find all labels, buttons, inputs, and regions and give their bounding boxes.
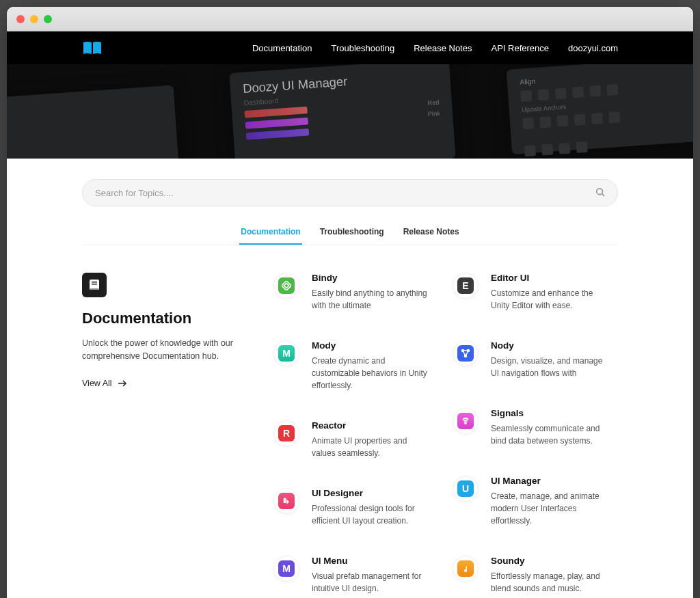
nav-troubleshooting[interactable]: Troubleshooting xyxy=(331,43,394,53)
content-tabs: Documentation Troubleshooting Release No… xyxy=(82,220,618,245)
tab-documentation[interactable]: Documentation xyxy=(239,220,301,245)
nav-release-notes[interactable]: Release Notes xyxy=(414,43,472,53)
card-ui-menu[interactable]: M UI Menu Visual prefab management for i… xyxy=(273,556,439,595)
editor-ui-icon: E xyxy=(457,277,474,294)
cards-column-right: E Editor UI Customize and enhance the Un… xyxy=(453,273,618,595)
card-ui-designer[interactable]: UI Designer Professional design tools fo… xyxy=(273,488,439,527)
card-soundy[interactable]: Soundy Effortlessly manage, play, and bl… xyxy=(453,556,618,595)
card-title: Nody xyxy=(491,340,611,351)
book-icon xyxy=(82,40,103,55)
card-bindy[interactable]: Bindy Easily bind anything to anything w… xyxy=(273,273,439,312)
sidebar-description: Unlock the power of knowledge with our c… xyxy=(82,337,246,364)
card-reactor[interactable]: R Reactor Animate UI properties and valu… xyxy=(273,420,439,459)
browser-titlebar xyxy=(7,7,693,31)
card-title: Signals xyxy=(491,408,611,418)
card-desc: Seamlessly communicate and bind data bet… xyxy=(491,422,611,447)
card-nody[interactable]: Nody Design, visualize, and manage UI na… xyxy=(453,340,618,379)
ui-menu-icon: M xyxy=(278,560,295,577)
soundy-icon xyxy=(457,560,474,577)
mody-icon: M xyxy=(278,345,295,362)
sidebar: Documentation Unlock the power of knowle… xyxy=(82,273,260,595)
svg-rect-8 xyxy=(282,281,291,290)
tab-release-notes[interactable]: Release Notes xyxy=(402,220,461,245)
card-title: Bindy xyxy=(312,273,432,283)
signals-icon xyxy=(457,413,474,429)
card-desc: Visual prefab management for intuitive U… xyxy=(312,570,432,595)
card-title: UI Manager xyxy=(491,476,611,486)
search-box[interactable] xyxy=(82,179,618,206)
nody-icon xyxy=(457,345,474,362)
main-grid: Documentation Unlock the power of knowle… xyxy=(82,273,618,595)
card-title: Mody xyxy=(312,340,432,351)
svg-point-0 xyxy=(597,188,603,194)
card-title: Reactor xyxy=(312,420,432,431)
window-close-button[interactable] xyxy=(16,15,25,23)
nav-doozyui[interactable]: doozyui.com xyxy=(568,43,618,53)
nav-api-reference[interactable]: API Reference xyxy=(491,43,549,53)
window-minimize-button[interactable] xyxy=(30,15,38,23)
sidebar-title: Documentation xyxy=(82,310,246,327)
card-editor-ui[interactable]: E Editor UI Customize and enhance the Un… xyxy=(453,273,618,312)
search-container xyxy=(82,159,618,220)
site-header: Documentation Troubleshooting Release No… xyxy=(7,31,693,64)
svg-rect-9 xyxy=(284,283,288,288)
browser-window: Documentation Troubleshooting Release No… xyxy=(7,7,693,598)
svg-point-13 xyxy=(465,422,466,424)
svg-rect-5 xyxy=(92,282,97,283)
tab-troubleshooting[interactable]: Troubleshooting xyxy=(319,220,386,245)
card-title: Soundy xyxy=(491,556,611,566)
bindy-icon xyxy=(278,277,295,294)
card-desc: Effortlessly manage, play, and blend sou… xyxy=(491,570,611,595)
card-desc: Professional design tools for efficient … xyxy=(312,502,432,527)
site-logo[interactable] xyxy=(82,40,103,55)
search-input[interactable] xyxy=(95,188,595,198)
svg-rect-6 xyxy=(92,284,97,285)
cards-column-left: Bindy Easily bind anything to anything w… xyxy=(273,273,439,595)
documentation-icon xyxy=(82,273,107,297)
search-icon[interactable] xyxy=(595,187,605,199)
main-nav: Documentation Troubleshooting Release No… xyxy=(252,43,618,53)
card-desc: Create dynamic and customizable behavior… xyxy=(312,355,432,392)
ui-manager-icon: U xyxy=(457,480,474,497)
hero-banner: ◄ Home Databases ◆+ Quick Access Input S… xyxy=(7,64,693,159)
card-desc: Design, visualize, and manage UI navigat… xyxy=(491,355,611,379)
window-maximize-button[interactable] xyxy=(44,15,52,23)
nav-documentation[interactable]: Documentation xyxy=(252,43,312,53)
card-title: Editor UI xyxy=(491,273,611,283)
card-desc: Create, manage, and animate modern User … xyxy=(491,490,611,527)
card-desc: Customize and enhance the Unity Editor w… xyxy=(491,287,611,312)
card-ui-manager[interactable]: U UI Manager Create, manage, and animate… xyxy=(453,476,618,527)
svg-rect-4 xyxy=(90,289,99,290)
reactor-icon: R xyxy=(278,425,295,441)
book-solid-icon xyxy=(88,278,101,292)
card-signals[interactable]: Signals Seamlessly communicate and bind … xyxy=(453,408,618,447)
view-all-link[interactable]: View All xyxy=(82,379,246,388)
content-area: Documentation Troubleshooting Release No… xyxy=(7,159,693,598)
arrow-right-icon xyxy=(118,380,127,387)
card-desc: Easily bind anything to anything with th… xyxy=(312,287,432,312)
card-title: UI Designer xyxy=(312,488,432,498)
ui-designer-icon xyxy=(278,493,295,509)
card-title: UI Menu xyxy=(312,556,432,566)
view-all-label: View All xyxy=(82,379,112,388)
card-mody[interactable]: M Mody Create dynamic and customizable b… xyxy=(273,340,439,392)
svg-line-1 xyxy=(602,193,605,196)
card-desc: Animate UI properties and values seamles… xyxy=(312,435,432,459)
